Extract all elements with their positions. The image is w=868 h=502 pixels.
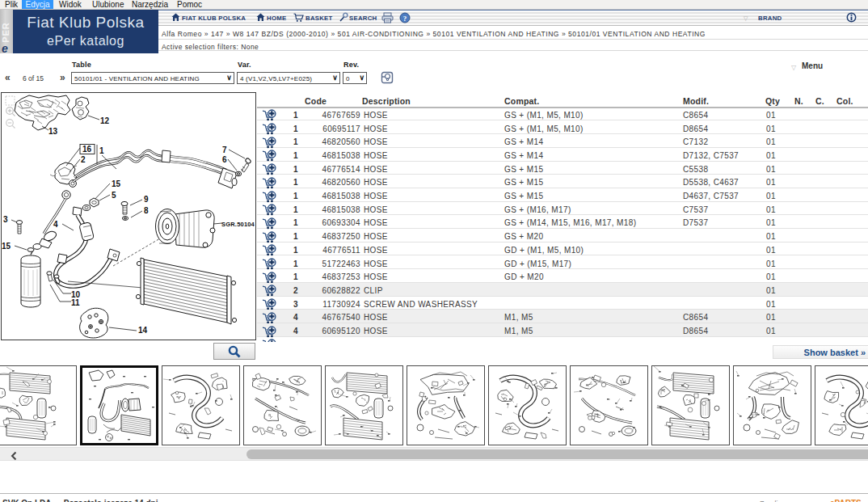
svg-text:15: 15 <box>2 242 11 251</box>
svg-text:5: 5 <box>112 191 116 200</box>
svg-text:2: 2 <box>81 155 86 164</box>
svg-text:6: 6 <box>222 155 227 164</box>
svg-text:3: 3 <box>3 215 8 224</box>
svg-text:15: 15 <box>112 179 121 188</box>
svg-text:13: 13 <box>48 127 58 136</box>
svg-text:SGR.50104: SGR.50104 <box>221 221 255 228</box>
svg-text:11: 11 <box>71 298 80 307</box>
svg-text:1: 1 <box>99 146 104 155</box>
svg-text:9: 9 <box>144 195 149 204</box>
svg-text:12: 12 <box>100 116 110 125</box>
svg-text:?: ? <box>403 15 407 23</box>
svg-text:4: 4 <box>53 220 58 229</box>
svg-text:8: 8 <box>144 206 149 215</box>
svg-text:16: 16 <box>82 145 92 154</box>
svg-text:7: 7 <box>222 146 227 154</box>
svg-text:14: 14 <box>138 326 148 335</box>
